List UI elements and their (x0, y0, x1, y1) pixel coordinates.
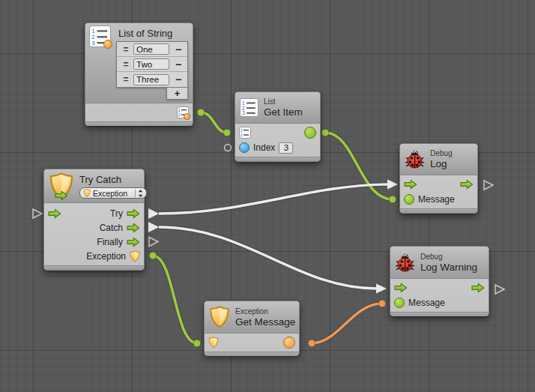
exception-port-label: Exception (86, 251, 126, 262)
list-output-port[interactable]: 1 2 (177, 106, 189, 118)
node-debug-log-warning[interactable]: Debug Log Warning Message (390, 246, 489, 316)
catch-port-label: Catch (100, 223, 123, 233)
list-item-row: = − (117, 57, 187, 72)
graph-canvas[interactable]: 1 2 3 List of String = − (0, 0, 535, 392)
node-get-item[interactable]: 1 2 3 List Get Item 1 2 (235, 91, 321, 162)
svg-text:2: 2 (178, 112, 181, 117)
list-item-field[interactable] (133, 74, 169, 85)
list-item-row: = − (117, 42, 187, 57)
drag-handle-icon[interactable]: = (118, 74, 133, 85)
flow-input-port[interactable] (404, 179, 417, 190)
node-title: Get Message (235, 316, 295, 328)
node-list-of-string[interactable]: 1 2 3 List of String = − (85, 22, 193, 126)
node-footer (85, 121, 193, 126)
flow-output-port[interactable] (471, 283, 485, 293)
dropdown-separator (135, 189, 136, 197)
trycatch-flow-in-hint (33, 209, 42, 218)
node-title: List of String (118, 23, 193, 39)
node-footer (400, 208, 477, 213)
ladybug-icon (405, 149, 425, 169)
node-debug-log[interactable]: Debug Log Message (399, 143, 478, 214)
variable-dot (103, 40, 112, 49)
list-variable-icon: 1 2 3 (89, 25, 111, 47)
node-footer (205, 352, 299, 356)
connection-getmessage-to-warning-message[interactable] (308, 300, 386, 347)
message-port-label: Message (408, 298, 445, 308)
connection-try-to-log[interactable] (148, 180, 398, 220)
node-category: List (264, 97, 303, 106)
try-output-port[interactable] (127, 208, 140, 219)
node-title: Log (430, 158, 452, 169)
flow-input-port[interactable] (48, 208, 61, 219)
index-port-label: Index (253, 142, 275, 153)
list-item-field[interactable] (133, 58, 169, 70)
node-try-catch[interactable]: Try Catch Exception (43, 169, 145, 271)
list-item-field[interactable] (133, 43, 169, 55)
svg-text:1: 1 (178, 108, 181, 112)
finally-port-label: Finally (97, 237, 123, 247)
result-output-port[interactable] (304, 127, 316, 139)
message-input-port[interactable] (404, 194, 414, 205)
exception-input-port[interactable] (208, 337, 219, 349)
node-footer (390, 312, 489, 316)
connection-list-to-getitem[interactable] (197, 109, 231, 136)
connection-getitem-to-log-message[interactable] (321, 129, 396, 203)
finally-output-port[interactable] (127, 237, 140, 247)
index-input-port[interactable] (239, 142, 250, 153)
remove-item-button[interactable]: − (171, 73, 186, 85)
log-flow-out-hint (484, 181, 493, 190)
svg-text:3: 3 (91, 40, 95, 46)
node-title: Try Catch (79, 174, 144, 185)
variable-dot (184, 113, 190, 120)
remove-item-button[interactable]: − (171, 43, 186, 55)
message-port-label: Message (418, 194, 455, 205)
connection-exception-to-getmessage[interactable] (149, 252, 201, 347)
exception-output-port[interactable] (130, 250, 140, 262)
index-port-hint (225, 145, 232, 151)
list-icon: 1 2 3 (240, 98, 259, 117)
svg-text:3: 3 (242, 110, 245, 115)
node-title: Log Warning (420, 262, 477, 273)
shield-icon (209, 306, 230, 328)
flow-arrow-icon (55, 190, 68, 201)
message-input-port[interactable] (394, 298, 405, 308)
remove-item-button[interactable]: − (171, 58, 186, 70)
shield-icon (83, 189, 91, 197)
connection-catch-to-logwarning[interactable] (148, 222, 387, 294)
list-editor: = − = − = − + (116, 41, 188, 100)
node-category: Exception (235, 307, 295, 316)
index-value-field[interactable] (279, 142, 293, 154)
dropdown-value: Exception (93, 189, 133, 198)
svg-text:2: 2 (241, 133, 243, 137)
add-item-button[interactable]: + (166, 88, 188, 100)
flow-output-port[interactable] (460, 179, 474, 190)
try-port-label: Try (110, 208, 123, 219)
flow-input-port[interactable] (394, 283, 408, 293)
svg-text:1: 1 (241, 128, 243, 133)
node-title: Get Item (264, 106, 303, 118)
node-category: Debug (420, 253, 477, 262)
ladybug-icon (395, 253, 415, 273)
logwarning-flow-out-hint (495, 285, 504, 294)
node-category: Debug (430, 149, 452, 158)
finally-out-hint (149, 238, 158, 247)
list-item-row: = − (117, 72, 187, 87)
dropdown-stepper-icon (138, 189, 143, 198)
drag-handle-icon[interactable]: = (118, 44, 133, 55)
list-input-port[interactable]: 1 2 (239, 127, 251, 139)
node-footer (44, 265, 144, 270)
drag-handle-icon[interactable]: = (118, 59, 133, 70)
result-output-port[interactable] (283, 337, 295, 349)
exception-type-dropdown[interactable]: Exception (79, 187, 147, 199)
node-footer (235, 157, 320, 161)
catch-output-port[interactable] (127, 223, 140, 233)
node-get-message[interactable]: Exception Get Message (204, 301, 300, 355)
try-catch-icon (49, 172, 76, 200)
